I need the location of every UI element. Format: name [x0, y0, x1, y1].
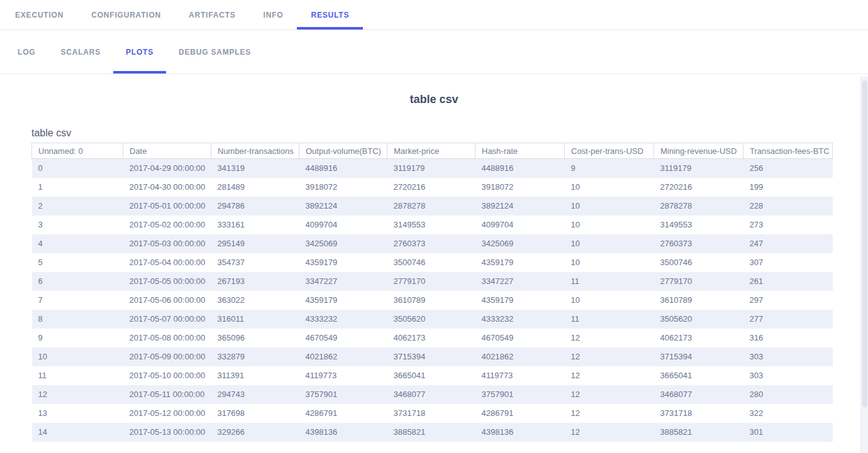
table-cell: 2720216 — [387, 178, 476, 197]
table-cell: 4670549 — [299, 329, 387, 347]
table-cell: 4286791 — [299, 404, 387, 423]
column-header: Cost-per-trans-USD — [565, 143, 654, 159]
table-cell: 247 — [743, 234, 833, 253]
tab-artifacts[interactable]: ARTIFACTS — [175, 0, 250, 30]
table-cell: 2017-05-03 00:00:00 — [123, 234, 211, 253]
tab-results[interactable]: RESULTS — [297, 0, 363, 30]
table-cell: 4 — [32, 234, 123, 253]
table-cell: 365096 — [211, 329, 299, 347]
vertical-scrollbar[interactable] — [860, 77, 868, 453]
table-cell: 4099704 — [299, 216, 387, 234]
table-cell: 10 — [565, 178, 654, 197]
table-cell: 6 — [32, 272, 123, 291]
table-cell: 4021862 — [299, 347, 387, 366]
table-cell: 4099704 — [476, 216, 565, 234]
table-cell: 281489 — [211, 178, 299, 197]
column-header: Unnamed: 0 — [32, 143, 123, 159]
table-cell: 3 — [32, 216, 123, 234]
table-cell: 2720216 — [654, 178, 743, 197]
table-cell: 3425069 — [476, 234, 565, 253]
table-cell: 2017-05-13 00:00:00 — [123, 423, 211, 442]
table-cell: 3610789 — [387, 291, 476, 310]
table-cell: 3500746 — [387, 253, 476, 272]
table-cell: 12 — [565, 385, 654, 404]
table-cell: 363022 — [211, 291, 299, 310]
table-row: 32017-05-02 00:00:0033316140997043149553… — [32, 216, 833, 234]
table-cell: 4062173 — [654, 329, 743, 347]
table-cell: 12 — [32, 385, 123, 404]
table-cell: 322 — [743, 404, 833, 423]
table-cell: 301 — [743, 423, 833, 442]
table-cell: 3892124 — [299, 197, 387, 216]
column-header: Market-price — [387, 143, 476, 159]
csv-table-container: table csv Unnamed: 0DateNumber-transacti… — [31, 128, 832, 442]
table-row: 132017-05-12 00:00:003176984286791373171… — [32, 404, 833, 423]
table-cell: 8 — [32, 310, 123, 329]
tab-execution[interactable]: EXECUTION — [1, 0, 77, 30]
column-header: Number-transactions — [211, 143, 299, 159]
table-cell: 3149553 — [654, 216, 743, 234]
tab-configuration[interactable]: CONFIGURATION — [77, 0, 175, 30]
table-row: 122017-05-11 00:00:002947433757901346807… — [32, 385, 833, 404]
column-header: Hash-rate — [476, 143, 565, 159]
table-row: 112017-05-10 00:00:003113914119773366504… — [32, 366, 833, 385]
plot-area: table csv table csv Unnamed: 0DateNumber… — [0, 74, 868, 453]
table-row: 52017-05-04 00:00:0035473743591793500746… — [32, 253, 833, 272]
scrollbar-thumb[interactable] — [862, 80, 867, 407]
subtab-log[interactable]: LOG — [5, 30, 48, 74]
table-cell: 307 — [743, 253, 833, 272]
task-tab-bar: EXECUTIONCONFIGURATIONARTIFACTSINFORESUL… — [0, 0, 868, 30]
table-cell: 4062173 — [387, 329, 476, 347]
table-cell: 12 — [565, 366, 654, 385]
table-cell: 12 — [565, 404, 654, 423]
table-cell: 4359179 — [299, 253, 387, 272]
table-cell: 10 — [565, 253, 654, 272]
table-cell: 3918072 — [299, 178, 387, 197]
table-cell: 2017-05-07 00:00:00 — [123, 310, 211, 329]
subtab-plots[interactable]: PLOTS — [113, 30, 166, 74]
table-row: 102017-05-09 00:00:003328794021862371539… — [32, 347, 833, 366]
column-header: Output-volume(BTC) — [299, 143, 387, 159]
table-caption: table csv — [31, 128, 832, 139]
table-row: 42017-05-03 00:00:0029514934250692760373… — [32, 234, 833, 253]
table-cell: 3665041 — [387, 366, 476, 385]
table-row: 12017-04-30 00:00:0028148939180722720216… — [32, 178, 833, 197]
table-cell: 0 — [32, 159, 123, 178]
table-cell: 4333232 — [299, 310, 387, 329]
table-cell: 2 — [32, 197, 123, 216]
table-cell: 4119773 — [299, 366, 387, 385]
table-cell: 4119773 — [476, 366, 565, 385]
table-cell: 3468077 — [654, 385, 743, 404]
table-cell: 10 — [32, 347, 123, 366]
table-cell: 3715394 — [654, 347, 743, 366]
table-cell: 2017-04-29 00:00:00 — [123, 159, 211, 178]
table-cell: 4488916 — [476, 159, 565, 178]
subtab-debug-samples[interactable]: DEBUG SAMPLES — [166, 30, 264, 74]
table-cell: 13 — [32, 404, 123, 423]
table-cell: 3665041 — [654, 366, 743, 385]
table-cell: 316 — [743, 329, 833, 347]
table-cell: 4670549 — [476, 329, 565, 347]
table-cell: 11 — [32, 366, 123, 385]
table-row: 82017-05-07 00:00:0031601143332323505620… — [32, 310, 833, 329]
table-cell: 3505620 — [654, 310, 743, 329]
table-cell: 317698 — [211, 404, 299, 423]
table-cell: 4488916 — [299, 159, 387, 178]
table-cell: 14 — [32, 423, 123, 442]
table-cell: 2017-05-06 00:00:00 — [123, 291, 211, 310]
table-cell: 2017-05-11 00:00:00 — [123, 385, 211, 404]
table-cell: 3885821 — [654, 423, 743, 442]
tab-info[interactable]: INFO — [250, 0, 298, 30]
table-cell: 3425069 — [299, 234, 387, 253]
table-cell: 2017-05-02 00:00:00 — [123, 216, 211, 234]
table-cell: 3757901 — [299, 385, 387, 404]
table-cell: 4359179 — [299, 291, 387, 310]
table-cell: 4398136 — [476, 423, 565, 442]
table-cell: 3505620 — [387, 310, 476, 329]
table-cell: 2017-05-10 00:00:00 — [123, 366, 211, 385]
table-cell: 3731718 — [654, 404, 743, 423]
table-cell: 2017-04-30 00:00:00 — [123, 178, 211, 197]
subtab-scalars[interactable]: SCALARS — [48, 30, 113, 74]
table-cell: 2017-05-08 00:00:00 — [123, 329, 211, 347]
table-cell: 280 — [743, 385, 833, 404]
